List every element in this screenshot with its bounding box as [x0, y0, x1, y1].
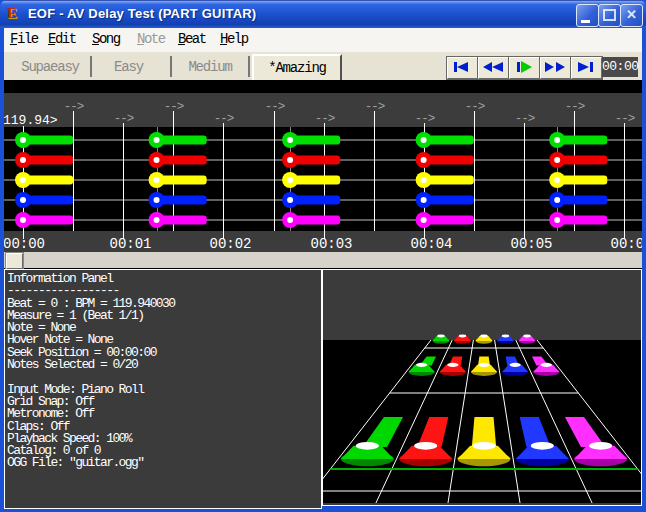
timeline-label: 00:06: [610, 236, 642, 252]
timeline-label: 00:02: [209, 236, 251, 252]
rewind-to-start-button[interactable]: [447, 57, 478, 79]
menu-edit[interactable]: Edit: [48, 31, 76, 47]
minimize-icon: [581, 20, 590, 23]
timeline-label: 00:00: [4, 236, 45, 252]
timeline-label: 00:04: [410, 236, 452, 252]
menu-help[interactable]: Help: [220, 31, 248, 47]
play-button[interactable]: [509, 57, 540, 79]
information-panel: Information Panel------------------Beat …: [4, 269, 322, 509]
minimize-button[interactable]: [576, 4, 599, 27]
menu-bar: FileEditSongNoteBeatHelp: [4, 28, 642, 53]
client-area: FileEditSongNoteBeatHelp SupaeasyEasyMed…: [4, 28, 642, 504]
rewind-button[interactable]: [478, 57, 509, 79]
window-title: EOF - AV Delay Test (PART GUITAR): [28, 6, 256, 21]
maximize-button[interactable]: [598, 4, 621, 27]
app-icon: E: [7, 5, 23, 21]
time-display: 00:00: [602, 57, 638, 77]
forward-to-end-button[interactable]: [571, 57, 602, 79]
piano-roll[interactable]: 00:00-->-->00:01-->-->00:02-->-->00:03--…: [4, 80, 642, 252]
tab-supaeasy[interactable]: Supaeasy: [10, 57, 90, 77]
rewind-to-start-icon: [448, 58, 475, 76]
fast-forward-icon: [541, 58, 568, 76]
info-line: OGG File: "guitar.ogg": [7, 457, 321, 469]
forward-to-end-icon: [572, 58, 599, 76]
fast-forward-button[interactable]: [540, 57, 571, 79]
3d-preview: [323, 270, 641, 503]
bpm-label: 119.94>: [4, 113, 58, 128]
tab-separator: [248, 56, 250, 77]
3d-preview-panel: [322, 269, 642, 506]
timeline-label: 00:05: [510, 236, 552, 252]
menu-beat[interactable]: Beat: [178, 31, 206, 47]
close-icon: ✕: [621, 7, 642, 22]
horizontal-scrollbar[interactable]: [4, 252, 642, 268]
tab-amazing[interactable]: *Amazing: [252, 54, 342, 82]
info-line: Notes Selected = 0/20: [7, 359, 321, 371]
close-button[interactable]: ✕: [620, 4, 643, 27]
title-bar: E EOF - AV Delay Test (PART GUITAR) ✕: [0, 0, 646, 28]
rewind-icon: [479, 58, 506, 76]
tab-medium[interactable]: Medium: [172, 57, 248, 77]
menu-note[interactable]: Note: [137, 31, 165, 47]
maximize-icon: [603, 9, 616, 21]
menu-file[interactable]: File: [10, 31, 38, 47]
timeline-label: 00:03: [310, 236, 352, 252]
scrollbar-thumb[interactable]: [6, 253, 23, 269]
play-icon: [510, 58, 537, 76]
menu-song[interactable]: Song: [92, 31, 120, 47]
tab-easy[interactable]: Easy: [87, 57, 170, 77]
timeline-label: 00:01: [109, 236, 151, 252]
